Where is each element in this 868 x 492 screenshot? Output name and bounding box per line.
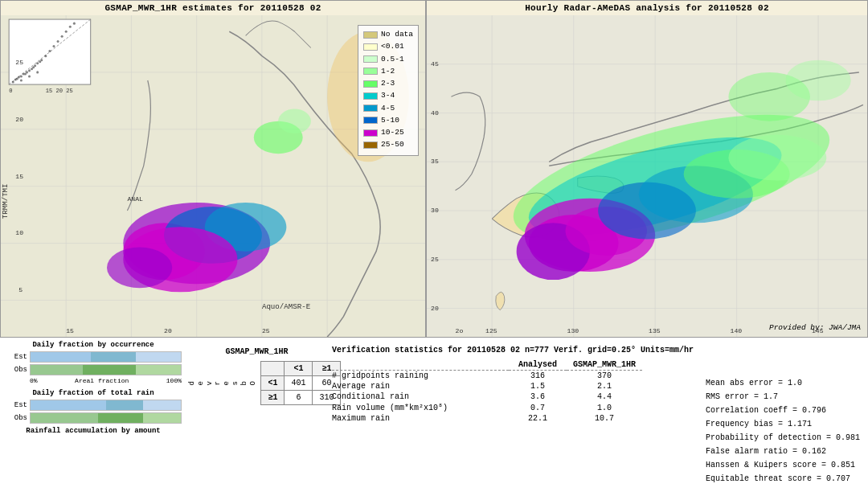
stats-col-gsmap: GSMAP_MWR_1HR — [567, 359, 642, 371]
svg-text:140: 140 — [731, 327, 743, 334]
cont-v401: 401 — [285, 376, 313, 391]
legend-swatch-4 — [363, 92, 378, 100]
bar-seg-2 — [91, 352, 136, 362]
svg-text:20: 20 — [164, 327, 172, 334]
bar-seg-11 — [143, 413, 181, 423]
svg-point-39 — [36, 71, 39, 73]
svg-text:TRMM/TMI: TRMM/TMI — [1, 183, 10, 219]
bar-seg-3 — [31, 365, 83, 375]
legend-swatch-nodata — [363, 31, 378, 39]
prob-detection: Probability of detection = 0.981 — [706, 431, 860, 445]
cont-title: GSMAP_MWR_1HR — [186, 347, 327, 356]
svg-text:25: 25 — [262, 327, 270, 334]
legend-item: 10-25 — [363, 127, 413, 138]
legend-item: 0.5-1 — [363, 54, 413, 65]
legend-label-6: 5-10 — [381, 115, 399, 126]
contingency-section: GSMAP_MWR_1HR Observed <1 ≥1 <1 401 60 — [186, 341, 327, 489]
svg-text:35: 35 — [431, 158, 439, 165]
legend-swatch-6 — [363, 117, 378, 124]
bar-row-est-occ: Est — [5, 351, 182, 363]
svg-point-22 — [28, 69, 31, 72]
axis-areal: Areal fraction — [75, 377, 129, 384]
top-row: GSMAP_MWR_1HR estimates for 20110528 02 — [0, 0, 868, 338]
svg-text:0: 0 — [9, 88, 12, 94]
stats-row4-label: Rain volume (mm*km²x10⁸) — [332, 402, 509, 413]
svg-text:125: 125 — [485, 327, 497, 334]
stats-row5-val1: 22.1 — [509, 413, 567, 424]
svg-text:15: 15 — [15, 173, 23, 180]
est-label-1: Est — [5, 353, 27, 361]
legend-item: 3-4 — [363, 90, 413, 101]
hanssen: Hanssen & Kuipers score = 0.851 — [706, 458, 860, 472]
legend-item: 2-3 — [363, 78, 413, 89]
legend-label-3: 2-3 — [381, 78, 395, 89]
svg-point-29 — [44, 55, 47, 57]
svg-text:135: 135 — [649, 327, 661, 334]
mean-abs-error: Mean abs error = 1.0 — [706, 376, 860, 390]
svg-text:5: 5 — [18, 286, 23, 293]
bar-track-obs-occ — [30, 364, 182, 375]
legend-swatch-0 — [363, 43, 378, 51]
svg-point-37 — [20, 79, 23, 81]
bar-track-obs-rain — [30, 412, 182, 424]
legend-item: No data — [363, 29, 413, 40]
legend-item: 5-10 — [363, 115, 413, 126]
stats-row3-val1: 3.6 — [509, 392, 567, 402]
right-map-title: Hourly Radar-AMeDAS analysis for 2011052… — [427, 1, 867, 14]
cont-row-ge1: ≥1 — [261, 391, 285, 405]
cont-v6: 6 — [285, 391, 313, 405]
legend-label-7: 10-25 — [381, 127, 404, 138]
legend-item: 25-50 — [363, 139, 413, 150]
stats-title: Verification statistics for 20110528 02 … — [332, 346, 863, 355]
bar-charts-section: Daily fraction by occurrence Est Obs — [5, 341, 182, 489]
legend-swatch-8 — [363, 141, 378, 149]
rms-error: RMS error = 1.7 — [706, 390, 860, 404]
legend-label-nodata: No data — [381, 29, 413, 40]
legend-label-5: 4-5 — [381, 103, 395, 114]
svg-text:ANAL: ANAL — [127, 195, 143, 203]
corr-coeff: Correlation coeff = 0.796 — [706, 404, 860, 417]
bar-row-obs-rain: Obs — [5, 412, 182, 424]
svg-text:15: 15 — [66, 327, 74, 334]
right-metrics: Mean abs error = 1.0 RMS error = 1.7 Cor… — [706, 376, 860, 486]
bar-seg-3 — [136, 352, 181, 362]
legend-label-4: 3-4 — [381, 90, 395, 101]
stats-row2-val2: 2.1 — [567, 381, 642, 392]
svg-text:30: 30 — [431, 207, 439, 214]
obs-label-1: Obs — [5, 366, 27, 374]
right-map-panel: Hourly Radar-AMeDAS analysis for 2011052… — [426, 0, 868, 338]
svg-point-36 — [73, 23, 76, 25]
stats-row5-label: Maximum rain — [332, 413, 509, 424]
legend-label-8: 25-50 — [381, 139, 404, 150]
left-map-title: GSMAP_MWR_1HR estimates for 20110528 02 — [1, 1, 425, 14]
bar-seg-6 — [31, 400, 106, 410]
bar-seg-7 — [106, 400, 144, 410]
bar-title-3: Rainfall accumulation by amount — [5, 427, 182, 435]
bar-seg-10 — [98, 413, 143, 423]
stats-col-analysed: Analysed — [509, 359, 567, 371]
svg-point-33 — [61, 35, 63, 38]
bar-seg-4 — [83, 365, 135, 375]
svg-point-35 — [69, 26, 72, 28]
legend-label-2: 1-2 — [381, 66, 395, 77]
bar-seg-9 — [31, 413, 98, 423]
stats-row4-val1: 0.7 — [509, 402, 567, 413]
stats-row1-val1: 316 — [509, 371, 567, 381]
legend-label-0: <0.01 — [381, 41, 404, 52]
legend-box: No data <0.01 0.5-1 1-2 2-3 — [358, 25, 419, 156]
cont-table-wrapper: Observed <1 ≥1 <1 401 60 ≥1 6 — [186, 361, 327, 405]
cont-table: <1 ≥1 <1 401 60 ≥1 6 310 — [260, 361, 341, 405]
svg-point-86 — [786, 60, 851, 101]
bar-track-est-rain — [30, 400, 182, 411]
false-alarm: False alarm ratio = 0.162 — [706, 445, 860, 458]
stats-row5-val2: 10.7 — [567, 413, 642, 424]
est-label-2: Est — [5, 401, 27, 409]
bottom-row: Daily fraction by occurrence Est Obs — [0, 338, 868, 492]
freq-bias: Frequency bias = 1.171 — [706, 417, 860, 431]
stats-row4-val2: 1.0 — [567, 402, 642, 413]
svg-text:40: 40 — [431, 109, 439, 117]
svg-text:2o: 2o — [456, 327, 464, 334]
main-container: GSMAP_MWR_1HR estimates for 20110528 02 — [0, 0, 868, 492]
svg-point-49 — [278, 109, 311, 133]
stats-row2-val1: 1.5 — [509, 381, 567, 392]
